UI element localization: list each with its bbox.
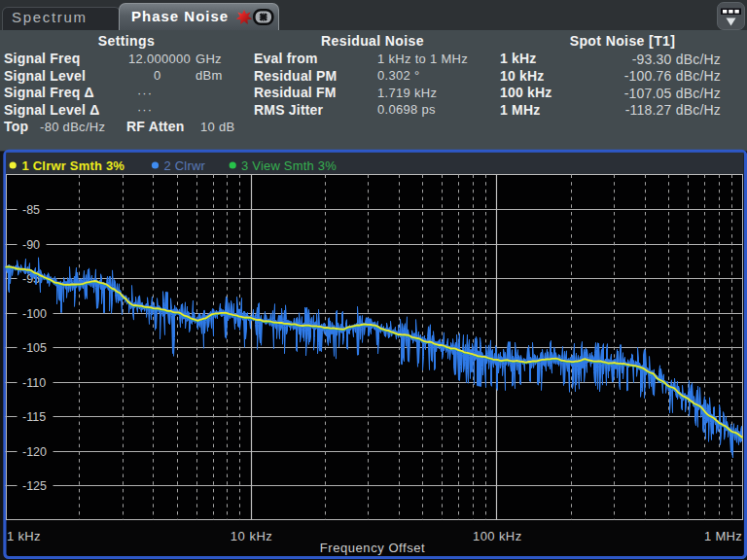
svg-text:-120: -120	[22, 445, 47, 459]
svg-text:-85: -85	[22, 203, 40, 217]
svg-text:-105: -105	[22, 341, 47, 355]
svg-text:10 kHz: 10 kHz	[231, 529, 272, 543]
svg-text:-90: -90	[22, 238, 40, 252]
svg-text:-100: -100	[22, 307, 47, 321]
svg-text:1 kHz: 1 kHz	[7, 529, 41, 543]
svg-text:-110: -110	[22, 376, 46, 390]
svg-text:100 kHz: 100 kHz	[473, 529, 522, 543]
svg-text:-125: -125	[22, 479, 47, 493]
svg-text:-115: -115	[22, 410, 46, 424]
svg-text:1 MHz: 1 MHz	[704, 529, 742, 543]
svg-text:Frequency Offset: Frequency Offset	[320, 541, 425, 555]
